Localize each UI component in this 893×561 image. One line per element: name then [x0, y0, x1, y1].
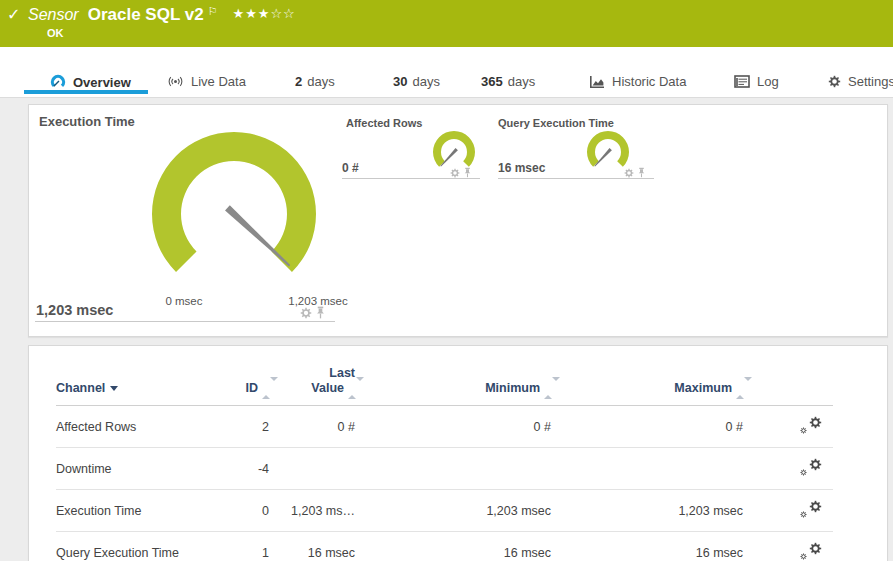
channel-settings-gears-icon[interactable]	[800, 416, 822, 434]
primary-gauge-title: Execution Time	[39, 114, 135, 129]
gauge-arc	[152, 132, 316, 272]
tab-live-data[interactable]: Live Data	[167, 74, 246, 89]
cell-channel[interactable]: Execution Time	[56, 490, 241, 532]
gauge-min-label: 0 msec	[151, 295, 217, 307]
gear-icon	[828, 75, 841, 88]
column-header-last-value[interactable]: Last Value	[269, 366, 355, 406]
affected-rows-gauge-title: Affected Rows	[346, 117, 422, 129]
cell-last-value: 16 msec	[269, 532, 355, 561]
gauge-cell-divider	[35, 321, 335, 322]
tab-log[interactable]: Log	[734, 74, 779, 89]
column-header-id[interactable]: ID	[241, 366, 269, 406]
tab-30-days-number: 30	[393, 74, 407, 89]
histogram-icon	[589, 75, 605, 89]
cell-channel[interactable]: Query Execution Time	[56, 532, 241, 561]
tab-overview[interactable]: Overview	[50, 74, 131, 90]
tab-overview-label: Overview	[73, 75, 131, 90]
primary-gauge-value: 1,203 msec	[36, 302, 113, 318]
gauge-actions	[450, 167, 472, 178]
gauge-pin-icon[interactable]	[463, 167, 472, 178]
channels-table: Channel ID Last Value Minimum Maximum	[56, 366, 833, 561]
tab-live-data-label: Live Data	[191, 74, 246, 89]
gauge-pin-icon[interactable]	[637, 167, 646, 178]
sensor-title: Oracle SQL v2	[88, 5, 204, 25]
sort-arrows-icon	[544, 381, 551, 396]
cell-id: -4	[241, 448, 269, 490]
tab-historic-data[interactable]: Historic Data	[589, 74, 686, 89]
sensor-status-badge: OK	[47, 27, 64, 39]
sensor-header: ✓ Sensor Oracle SQL v2 ⚐ ★★★☆☆ OK	[0, 0, 893, 47]
cell-minimum: 0 #	[355, 406, 551, 448]
flag-icon[interactable]: ⚐	[208, 5, 218, 18]
cell-maximum	[551, 448, 743, 490]
cell-last-value: 1,203 ms…	[269, 490, 355, 532]
gauge-actions	[624, 167, 646, 178]
tab-settings[interactable]: Settings	[828, 74, 893, 89]
sort-arrows-icon	[262, 381, 269, 396]
ok-checkmark-icon: ✓	[7, 5, 20, 24]
channel-settings-gears-icon[interactable]	[800, 458, 822, 476]
cell-channel[interactable]: Downtime	[56, 448, 241, 490]
active-tab-underline	[24, 90, 148, 94]
gauge-cell-divider	[342, 178, 480, 179]
log-list-icon	[734, 75, 750, 88]
table-row[interactable]: Affected Rows 2 0 # 0 # 0 #	[56, 406, 833, 448]
table-row[interactable]: Downtime -4	[56, 448, 833, 490]
affected-rows-gauge-value: 0 #	[342, 161, 359, 175]
gauge-cell-divider	[498, 178, 654, 179]
tab-30-days-label: days	[412, 74, 439, 89]
cell-id: 1	[241, 532, 269, 561]
cell-last-value: 0 #	[269, 406, 355, 448]
column-header-maximum[interactable]: Maximum	[551, 366, 743, 406]
channel-settings-gears-icon[interactable]	[800, 500, 822, 518]
cell-minimum: 1,203 msec	[355, 490, 551, 532]
gauge-arc	[587, 131, 629, 167]
sort-arrows-icon	[348, 381, 355, 396]
gauge-actions	[300, 306, 326, 319]
cell-maximum: 1,203 msec	[551, 490, 743, 532]
table-row[interactable]: Execution Time 0 1,203 ms… 1,203 msec 1,…	[56, 490, 833, 532]
tab-historic-data-label: Historic Data	[612, 74, 686, 89]
tab-log-label: Log	[757, 74, 779, 89]
gauge-pin-icon[interactable]	[315, 306, 326, 319]
cell-id: 0	[241, 490, 269, 532]
object-type-label: Sensor	[28, 6, 79, 24]
tab-365-days-number: 365	[481, 74, 503, 89]
gauges-panel: Execution Time 0 msec 1,203 msec 1,203 m…	[28, 104, 888, 337]
tab-365-days[interactable]: 365 days	[481, 74, 535, 89]
sort-caret-icon	[110, 386, 118, 391]
query-exec-gauge-value: 16 msec	[498, 161, 545, 175]
tab-2-days[interactable]: 2 days	[295, 74, 335, 89]
gauge-settings-gear-icon[interactable]	[450, 168, 460, 178]
gauge-settings-gear-icon[interactable]	[300, 307, 312, 319]
tab-2-days-number: 2	[295, 74, 302, 89]
table-header-row: Channel ID Last Value Minimum Maximum	[56, 366, 833, 406]
cell-minimum	[355, 448, 551, 490]
gauge-arc	[433, 131, 475, 167]
priority-stars[interactable]: ★★★☆☆	[233, 6, 296, 21]
tab-settings-label: Settings	[848, 74, 893, 89]
channels-panel: Channel ID Last Value Minimum Maximum	[28, 345, 888, 561]
cell-maximum: 0 #	[551, 406, 743, 448]
tab-365-days-label: days	[508, 74, 535, 89]
gauge-icon	[50, 74, 66, 90]
channel-settings-gears-icon[interactable]	[800, 542, 822, 560]
sort-arrows-icon	[736, 381, 743, 396]
column-header-minimum[interactable]: Minimum	[355, 366, 551, 406]
tab-30-days[interactable]: 30 days	[393, 74, 440, 89]
cell-minimum: 16 msec	[355, 532, 551, 561]
execution-time-gauge	[144, 124, 324, 304]
gauge-settings-gear-icon[interactable]	[624, 168, 634, 178]
table-row[interactable]: Query Execution Time 1 16 msec 16 msec 1…	[56, 532, 833, 561]
tab-2-days-label: days	[307, 74, 334, 89]
cell-last-value	[269, 448, 355, 490]
broadcast-icon	[167, 74, 184, 89]
cell-maximum: 16 msec	[551, 532, 743, 561]
column-header-channel[interactable]: Channel	[56, 366, 241, 406]
cell-channel[interactable]: Affected Rows	[56, 406, 241, 448]
cell-id: 2	[241, 406, 269, 448]
tab-bar: Overview Live Data 2 days 30 days 365 da…	[0, 47, 893, 98]
